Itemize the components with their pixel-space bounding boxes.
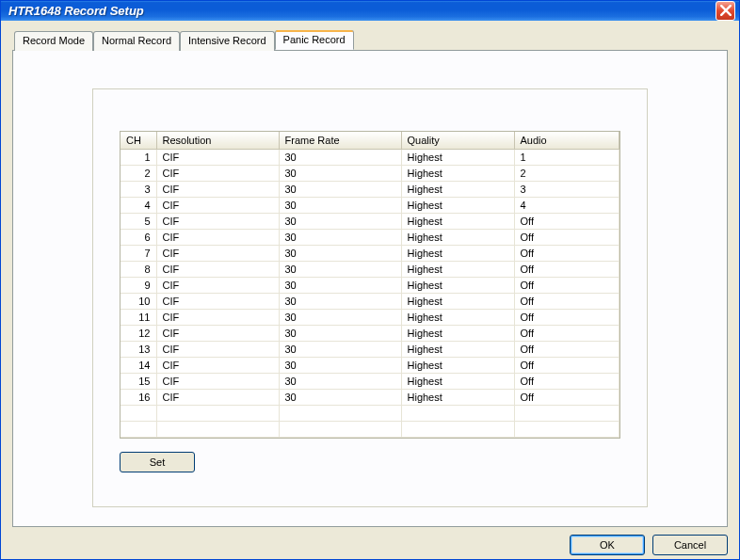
cell-ch: 13 bbox=[121, 341, 156, 357]
cell-resolution: CIF bbox=[156, 245, 279, 261]
col-header-resolution[interactable]: Resolution bbox=[156, 132, 279, 149]
table-row[interactable]: 5CIF30HighestOff bbox=[121, 213, 619, 229]
close-button[interactable] bbox=[716, 1, 735, 21]
cancel-button[interactable]: Cancel bbox=[652, 535, 728, 555]
cell-quality: Highest bbox=[401, 341, 514, 357]
cell-frame_rate: 30 bbox=[279, 341, 401, 357]
cell-frame_rate: 30 bbox=[279, 309, 401, 325]
table-row[interactable]: 9CIF30HighestOff bbox=[121, 277, 619, 293]
cell-ch: 3 bbox=[121, 181, 156, 197]
window-title: HTR1648 Record Setup bbox=[8, 4, 144, 18]
cell-resolution: CIF bbox=[156, 165, 279, 181]
cell-quality: Highest bbox=[401, 181, 514, 197]
col-header-audio[interactable]: Audio bbox=[514, 132, 619, 149]
cell-ch: 12 bbox=[121, 325, 156, 341]
ok-button[interactable]: OK bbox=[570, 535, 645, 555]
col-header-quality[interactable]: Quality bbox=[401, 132, 514, 149]
cell-frame_rate: 30 bbox=[279, 293, 401, 309]
cell-resolution: CIF bbox=[156, 277, 279, 293]
tab-panel-panic-record: CH Resolution Frame Rate Quality Audio 1… bbox=[12, 50, 728, 527]
cell-ch: 1 bbox=[121, 149, 156, 165]
cell-quality: Highest bbox=[401, 325, 514, 341]
cell-audio: Off bbox=[514, 245, 619, 261]
cell-quality: Highest bbox=[401, 213, 514, 229]
cell-resolution: CIF bbox=[156, 149, 279, 165]
cell-resolution: CIF bbox=[156, 293, 279, 309]
cell-audio: Off bbox=[514, 261, 619, 277]
cell-frame_rate: 30 bbox=[279, 277, 401, 293]
cell-audio: 4 bbox=[514, 197, 619, 213]
cell-ch: 7 bbox=[121, 245, 156, 261]
cell-audio: Off bbox=[514, 277, 619, 293]
cell-quality: Highest bbox=[401, 293, 514, 309]
close-icon bbox=[720, 5, 732, 18]
cell-resolution: CIF bbox=[156, 197, 279, 213]
cell-resolution: CIF bbox=[156, 325, 279, 341]
cell-audio: Off bbox=[514, 229, 619, 245]
table-row[interactable]: 1CIF30Highest1 bbox=[121, 149, 619, 165]
record-table[interactable]: CH Resolution Frame Rate Quality Audio 1… bbox=[121, 132, 619, 438]
cell-audio: Off bbox=[514, 341, 619, 357]
cell-ch: 6 bbox=[121, 229, 156, 245]
col-header-ch[interactable]: CH bbox=[121, 132, 156, 149]
cell-resolution: CIF bbox=[156, 373, 279, 389]
cell-ch: 11 bbox=[121, 309, 156, 325]
tab-intensive-record[interactable]: Intensive Record bbox=[180, 31, 275, 51]
table-row[interactable]: 15CIF30HighestOff bbox=[121, 373, 619, 389]
tab-strip: Record ModeNormal RecordIntensive Record… bbox=[12, 30, 728, 50]
table-row[interactable]: 12CIF30HighestOff bbox=[121, 325, 619, 341]
cell-quality: Highest bbox=[401, 389, 514, 405]
cell-frame_rate: 30 bbox=[279, 357, 401, 373]
table-row[interactable]: 11CIF30HighestOff bbox=[121, 309, 619, 325]
table-row[interactable]: 8CIF30HighestOff bbox=[121, 261, 619, 277]
tab-panic-record[interactable]: Panic Record bbox=[275, 30, 354, 50]
tab-record-mode[interactable]: Record Mode bbox=[14, 31, 93, 51]
cell-quality: Highest bbox=[401, 357, 514, 373]
cell-ch: 15 bbox=[121, 373, 156, 389]
cell-frame_rate: 30 bbox=[279, 389, 401, 405]
cell-audio: Off bbox=[514, 389, 619, 405]
cell-frame_rate: 30 bbox=[279, 325, 401, 341]
table-row[interactable]: 7CIF30HighestOff bbox=[121, 245, 619, 261]
cell-resolution: CIF bbox=[156, 261, 279, 277]
cell-audio: 1 bbox=[514, 149, 619, 165]
cell-frame_rate: 30 bbox=[279, 229, 401, 245]
cell-quality: Highest bbox=[401, 309, 514, 325]
table-row[interactable]: 6CIF30HighestOff bbox=[121, 229, 619, 245]
table-row[interactable]: 13CIF30HighestOff bbox=[121, 341, 619, 357]
cell-frame_rate: 30 bbox=[279, 181, 401, 197]
cell-audio: 3 bbox=[514, 181, 619, 197]
cell-audio: Off bbox=[514, 325, 619, 341]
tab-normal-record[interactable]: Normal Record bbox=[93, 31, 180, 51]
table-row[interactable]: 2CIF30Highest2 bbox=[121, 165, 619, 181]
titlebar: HTR1648 Record Setup bbox=[1, 1, 739, 21]
cell-resolution: CIF bbox=[156, 309, 279, 325]
cell-ch: 9 bbox=[121, 277, 156, 293]
cell-frame_rate: 30 bbox=[279, 373, 401, 389]
cell-resolution: CIF bbox=[156, 341, 279, 357]
table-row[interactable]: 4CIF30Highest4 bbox=[121, 197, 619, 213]
cell-resolution: CIF bbox=[156, 181, 279, 197]
cell-resolution: CIF bbox=[156, 229, 279, 245]
cell-frame_rate: 30 bbox=[279, 213, 401, 229]
table-row[interactable]: 3CIF30Highest3 bbox=[121, 181, 619, 197]
cell-quality: Highest bbox=[401, 229, 514, 245]
cell-ch: 14 bbox=[121, 357, 156, 373]
table-row[interactable]: 10CIF30HighestOff bbox=[121, 293, 619, 309]
cell-quality: Highest bbox=[401, 165, 514, 181]
dialog-window: HTR1648 Record Setup Record ModeNormal R… bbox=[0, 0, 740, 560]
set-button[interactable]: Set bbox=[120, 452, 195, 472]
cell-ch: 8 bbox=[121, 261, 156, 277]
dialog-footer: OK Cancel bbox=[12, 527, 728, 555]
table-row[interactable]: 14CIF30HighestOff bbox=[121, 357, 619, 373]
col-header-frame-rate[interactable]: Frame Rate bbox=[279, 132, 401, 149]
cell-resolution: CIF bbox=[156, 357, 279, 373]
cell-resolution: CIF bbox=[156, 389, 279, 405]
table-row[interactable]: 16CIF30HighestOff bbox=[121, 389, 619, 405]
cell-audio: Off bbox=[514, 357, 619, 373]
cell-quality: Highest bbox=[401, 197, 514, 213]
cell-frame_rate: 30 bbox=[279, 165, 401, 181]
content-area: Record ModeNormal RecordIntensive Record… bbox=[1, 21, 739, 560]
cell-quality: Highest bbox=[401, 373, 514, 389]
cell-quality: Highest bbox=[401, 261, 514, 277]
